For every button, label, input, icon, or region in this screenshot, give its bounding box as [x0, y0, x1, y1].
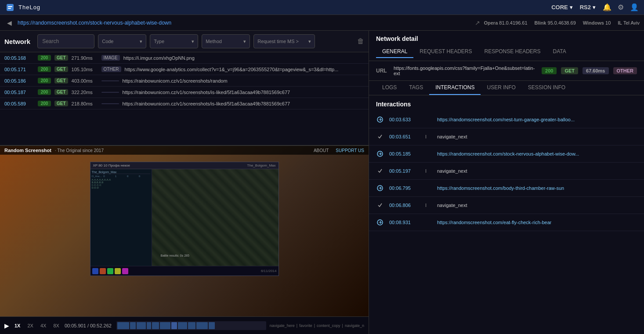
tab-logs[interactable]: LOGS: [376, 81, 403, 95]
action-icon: [376, 201, 384, 209]
app-name: TheLog: [18, 4, 40, 11]
settings-icon[interactable]: ⚙: [618, 3, 624, 11]
table-row[interactable]: 00:05.589 200 GET 218.80ms https://rainb…: [0, 98, 369, 109]
preview-support-link[interactable]: SUPPORT US: [336, 148, 364, 153]
timeline: ▶ 1X 2X 4X 8X 00:05.901 / 00:52.262: [0, 316, 369, 334]
type-dropdown[interactable]: Type ▾: [150, 34, 198, 48]
preview-subtitle: · The Original since 2017: [55, 148, 104, 153]
network-title: Network: [4, 38, 30, 45]
navigate-icon: [376, 150, 384, 158]
detail-title: Network detail: [376, 35, 637, 42]
interaction-row[interactable]: 00:05.185 https://randomscreenshot.com/s…: [369, 145, 644, 163]
tab-response-headers[interactable]: RESPONSE HEADERS: [478, 46, 547, 58]
status-badge: 200: [542, 67, 557, 74]
current-url: https://randomscreenshot.com/stock-nervo…: [18, 20, 471, 26]
tab-interactions[interactable]: INTERACTIONS: [429, 81, 481, 95]
delete-button[interactable]: 🗑: [357, 37, 364, 45]
external-link-icon[interactable]: ↗: [475, 19, 480, 26]
rs2-dropdown[interactable]: RS2 ▾: [580, 4, 596, 11]
url-hints: navigate_here | favorite | content_copy …: [270, 323, 364, 328]
tab-tags[interactable]: TAGS: [403, 81, 429, 95]
left-panel: Network Code ▾ Type ▾ Method ▾ Request t…: [0, 31, 369, 334]
time-display: 00:05.901 / 00:52.262: [65, 323, 113, 328]
user-icon[interactable]: 👤: [630, 3, 639, 11]
action-icon: [376, 133, 384, 141]
notifications-icon[interactable]: 🔔: [603, 3, 611, 11]
game-preview: XP:80 10 Профа некое The_Bolgom_Max The_…: [0, 146, 369, 316]
table-row[interactable]: 00:05.186 200 GET 403.00ms https://rainb…: [0, 75, 369, 87]
detail-tabs: GENERAL REQUEST HEADERS RESPONSE HEADERS…: [376, 46, 637, 58]
interaction-row[interactable]: 00:06.806 I navigate_next: [369, 197, 644, 214]
speed-4x-button[interactable]: 4X: [39, 322, 48, 329]
browser-info: Opera 81.0.4196.61 Blink 95.0.4638.69 Wi…: [484, 20, 640, 25]
code-dropdown[interactable]: Code ▾: [98, 34, 146, 48]
preview-header: Random Screenshot · The Original since 2…: [0, 146, 369, 155]
tab-general[interactable]: GENERAL: [376, 46, 413, 58]
main-content: Network Code ▾ Type ▾ Method ▾ Request t…: [0, 31, 644, 334]
tab-session-info[interactable]: SESSION INFO: [522, 81, 572, 95]
url-value: https://fonts.googleapis.com/css?family=…: [394, 65, 537, 76]
navigate-icon: [376, 116, 384, 123]
speed-2x-button[interactable]: 2X: [25, 322, 35, 329]
url-info: URL https://fonts.googleapis.com/css?fam…: [369, 61, 644, 81]
urlbar: ◀ https://randomscreenshot.com/stock-ner…: [0, 15, 644, 31]
interactions-tabs: LOGS TAGS INTERACTIONS USER INFO SESSION…: [369, 81, 644, 95]
topbar-right: CORE ▾ RS2 ▾ 🔔 ⚙ 👤: [551, 3, 639, 11]
detail-header: Network detail GENERAL REQUEST HEADERS R…: [369, 31, 644, 61]
method-badge: GET: [561, 67, 578, 74]
right-panel: Network detail GENERAL REQUEST HEADERS R…: [369, 31, 644, 334]
request-time-dropdown[interactable]: Request time MS > ▾: [253, 34, 315, 48]
interaction-row[interactable]: 00:05.197 I navigate_next: [369, 163, 644, 180]
search-input[interactable]: [37, 34, 94, 48]
app-logo: [5, 3, 15, 12]
interaction-row[interactable]: 00:06.795 https://randomscreenshot.com/b…: [369, 180, 644, 197]
speed-1x-button[interactable]: 1X: [13, 322, 22, 329]
type-badge: OTHER: [613, 67, 637, 74]
interactions-title: Interactions: [369, 95, 644, 111]
action-icon: [376, 167, 384, 175]
tab-user-info[interactable]: USER INFO: [481, 81, 521, 95]
topbar: TheLog CORE ▾ RS2 ▾ 🔔 ⚙ 👤: [0, 0, 644, 15]
tab-data[interactable]: DATA: [547, 46, 572, 58]
url-label: URL: [376, 68, 389, 74]
table-row[interactable]: 00:05.171 200 GET 105.10ms OTHER https:/…: [0, 64, 369, 75]
network-toolbar: Network Code ▾ Type ▾ Method ▾ Request t…: [0, 31, 369, 52]
svg-rect-2: [8, 8, 11, 9]
back-button[interactable]: ◀: [4, 18, 14, 28]
svg-rect-0: [7, 4, 14, 11]
method-dropdown[interactable]: Method ▾: [202, 34, 250, 48]
table-row[interactable]: 00:05.187 200 GET 322.20ms https://rainb…: [0, 87, 369, 98]
table-row[interactable]: 00:05.168 200 GET 271.90ms IMAGE https:/…: [0, 52, 369, 64]
speed-8x-button[interactable]: 8X: [51, 322, 61, 329]
topbar-icons: 🔔 ⚙ 👤: [603, 3, 639, 11]
preview-about-link[interactable]: ABOUT: [314, 148, 329, 153]
interaction-row[interactable]: 00:03.651 I navigate_next: [369, 128, 644, 145]
interaction-row[interactable]: 00:08.931 https://randomscreenshot.com/e…: [369, 214, 644, 231]
preview-panel: Random Screenshot · The Original since 2…: [0, 145, 369, 316]
navigate-icon: [376, 218, 384, 226]
timeline-track[interactable]: [116, 321, 266, 330]
tab-request-headers[interactable]: REQUEST HEADERS: [413, 46, 478, 58]
interaction-row[interactable]: 00:03.633 https://randomscreenshot.com/n…: [369, 111, 644, 128]
core-dropdown[interactable]: CORE ▾: [551, 4, 573, 11]
topbar-left: TheLog: [5, 3, 40, 12]
play-button[interactable]: ▶: [4, 322, 9, 329]
navigate-icon: [376, 184, 384, 192]
interactions-list: 00:03.633 https://randomscreenshot.com/n…: [369, 111, 644, 334]
network-table: 00:05.168 200 GET 271.90ms IMAGE https:/…: [0, 52, 369, 145]
preview-actions: ABOUT SUPPORT US: [314, 148, 364, 153]
time-badge: 67.60ms: [582, 67, 608, 74]
preview-title: Random Screenshot: [4, 148, 51, 153]
svg-rect-1: [8, 6, 12, 7]
